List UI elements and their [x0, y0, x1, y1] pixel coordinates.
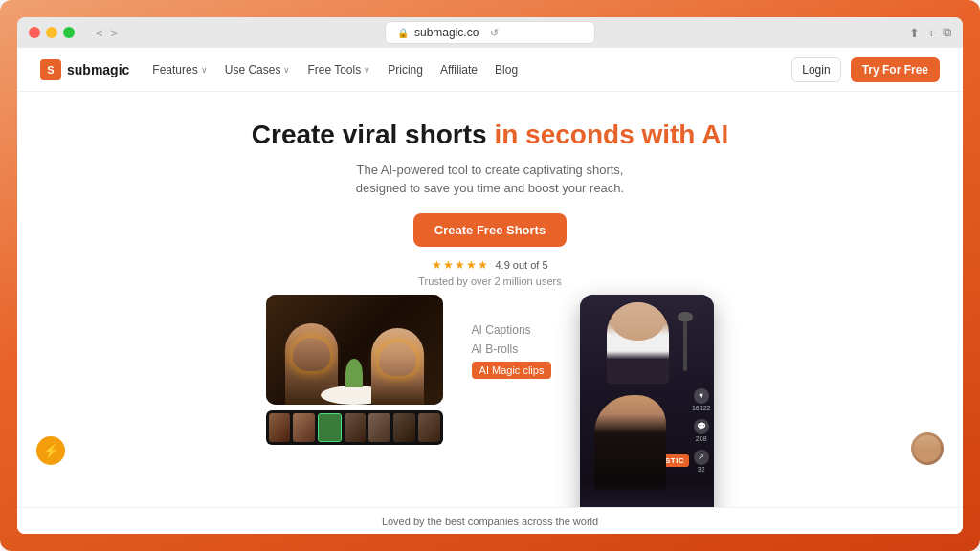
microphone-stand [683, 314, 687, 371]
filmstrip-item-active [318, 413, 342, 442]
hero-subtitle: The AI-powered tool to create captivatin… [36, 161, 944, 198]
nav-pricing-label: Pricing [388, 63, 423, 77]
mac-window: < > 🔒 submagic.co ↺ ⬆ + ⧉ S submagic [0, 0, 980, 551]
new-tab-button[interactable]: + [927, 26, 935, 40]
person-back-silhouette [607, 302, 669, 384]
likes-stat: ♥ 16122 [692, 388, 710, 411]
nav-blog-label: Blog [495, 63, 518, 77]
free-tools-chevron-icon: ∨ [364, 65, 370, 75]
shares-count: 32 [698, 466, 705, 473]
url-text: submagic.co [414, 26, 479, 39]
hero-title-part1: Create viral shorts [252, 120, 495, 149]
nav-features-label: Features [152, 63, 197, 77]
nav-actions: Login Try For Free [791, 57, 940, 82]
landscape-video[interactable] [266, 295, 443, 405]
heart-icon: ♥ [694, 388, 709, 404]
star-icons: ★★★★★ [432, 258, 489, 272]
bottom-bar: Loved by the best companies across the w… [17, 507, 963, 534]
floating-lightning-button[interactable]: ⚡ [36, 436, 65, 465]
minimize-button[interactable] [46, 27, 57, 38]
rating-value: 4.9 out of 5 [495, 259, 547, 271]
forward-button[interactable]: > [109, 26, 121, 40]
create-free-shorts-button[interactable]: Create Free Shorts [413, 213, 567, 247]
filmstrip-item [418, 413, 440, 442]
reload-icon[interactable]: ↺ [490, 27, 499, 39]
filmstrip-item [393, 413, 415, 442]
filmstrip-item [293, 413, 315, 442]
nav-free-tools[interactable]: Free Tools ∨ [307, 63, 370, 77]
nav-features[interactable]: Features ∨ [152, 63, 207, 77]
microphone-head [678, 312, 693, 321]
bottom-bar-text: Loved by the best companies across the w… [382, 516, 598, 527]
likes-count: 16122 [692, 405, 710, 411]
maximize-button[interactable] [63, 27, 75, 38]
ai-magic-clips-label: AI Magic clips [472, 362, 552, 379]
main-content: Create viral shorts in seconds with AI T… [17, 92, 963, 507]
share-icon: ↗ [694, 450, 709, 465]
nav-use-cases-label: Use Cases [225, 63, 281, 77]
videos-section: AI Captions AI B-rolls AI Magic clips [17, 287, 963, 507]
mac-titlebar: < > 🔒 submagic.co ↺ ⬆ + ⧉ [17, 17, 963, 48]
nav-affiliate-label: Affiliate [440, 63, 478, 77]
hero-section: Create viral shorts in seconds with AI T… [17, 92, 963, 287]
hero-subtitle-line1: The AI-powered tool to create captivatin… [357, 163, 624, 177]
nav-free-tools-label: Free Tools [307, 63, 361, 77]
login-button[interactable]: Login [791, 57, 840, 82]
hero-subtitle-line2: designed to save you time and boost your… [356, 181, 624, 195]
filmstrip-item [269, 413, 291, 442]
features-chevron-icon: ∨ [201, 65, 208, 75]
nav-use-cases[interactable]: Use Cases ∨ [225, 63, 291, 77]
browser-content: S submagic Features ∨ Use Cases ∨ Free T… [17, 48, 963, 534]
share-action-button[interactable]: ⬆ [909, 26, 920, 40]
portrait-stats: ♥ 16122 💬 208 ↗ 32 [692, 388, 710, 473]
navbar: S submagic Features ∨ Use Cases ∨ Free T… [17, 48, 963, 92]
close-button[interactable] [29, 27, 40, 38]
floating-avatar [911, 432, 944, 465]
logo-icon: S [40, 59, 61, 80]
nav-blog[interactable]: Blog [495, 63, 518, 77]
filmstrip-item [368, 413, 390, 442]
trusted-text: Trusted by over 2 million users [36, 276, 944, 287]
comments-count: 208 [696, 435, 707, 442]
shares-stat: ↗ 32 [694, 450, 709, 473]
pages-button[interactable]: ⧉ [943, 25, 951, 40]
hero-title: Create viral shorts in seconds with AI [36, 119, 944, 151]
logo[interactable]: S submagic [40, 59, 129, 80]
rating-row: ★★★★★ 4.9 out of 5 [36, 258, 944, 272]
ai-brolls-label: AI B-rolls [472, 342, 519, 356]
ai-features-list: AI Captions AI B-rolls AI Magic clips [462, 295, 562, 379]
nav-pricing[interactable]: Pricing [388, 63, 423, 77]
avatar-image [914, 435, 941, 462]
comment-icon: 💬 [694, 419, 709, 434]
back-button[interactable]: < [94, 26, 105, 40]
lock-icon: 🔒 [397, 28, 409, 38]
comments-stat: 💬 208 [694, 419, 709, 442]
logo-text: submagic [67, 62, 129, 77]
try-for-free-button[interactable]: Try For Free [851, 57, 940, 82]
filmstrip-item [345, 413, 367, 442]
address-bar[interactable]: 🔒 submagic.co ↺ [385, 21, 595, 44]
use-cases-chevron-icon: ∨ [283, 65, 290, 75]
nav-affiliate[interactable]: Affiliate [440, 63, 478, 77]
hero-title-part2: in seconds with AI [494, 120, 728, 149]
nav-links: Features ∨ Use Cases ∨ Free Tools ∨ Pric… [152, 63, 791, 77]
video-left-container [266, 295, 443, 445]
portrait-video[interactable]: TO MIX PHOTOREALISTIC ♥ 16122 [580, 295, 714, 507]
filmstrip[interactable] [266, 410, 443, 445]
ai-captions-label: AI Captions [472, 323, 531, 337]
